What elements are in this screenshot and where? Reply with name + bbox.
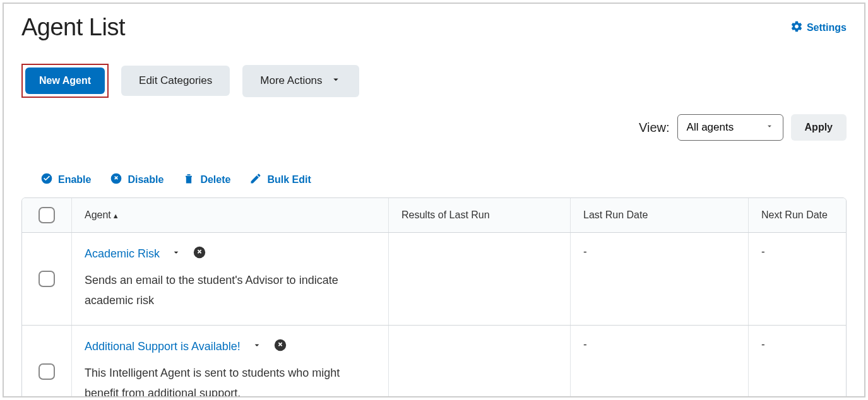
- header-agent[interactable]: Agent▲: [71, 198, 388, 232]
- enable-action[interactable]: Enable: [40, 172, 91, 187]
- row-nextrun-cell: -: [748, 326, 846, 397]
- header-results: Results of Last Run: [388, 198, 570, 232]
- delete-label: Delete: [200, 174, 230, 185]
- chevron-down-icon: [765, 121, 774, 134]
- row-checkbox[interactable]: [39, 363, 55, 380]
- table-row: Additional Support is Available! This In…: [22, 326, 846, 397]
- agent-link[interactable]: Academic Risk: [85, 247, 160, 261]
- row-agent-cell: Additional Support is Available! This In…: [71, 326, 388, 397]
- bulk-actions: Enable Disable Delete Bulk Edit: [40, 172, 847, 187]
- header-check-cell: [22, 198, 71, 232]
- disabled-icon: [193, 245, 206, 262]
- more-actions-label: More Actions: [260, 74, 322, 87]
- row-check-cell: [22, 233, 71, 325]
- view-select[interactable]: All agents: [677, 114, 783, 141]
- agents-table: Agent▲ Results of Last Run Last Run Date…: [21, 197, 847, 397]
- row-results-cell: [388, 233, 570, 325]
- disabled-icon: [273, 338, 287, 355]
- view-label: View:: [639, 121, 670, 135]
- delete-action[interactable]: Delete: [182, 172, 230, 187]
- agent-link[interactable]: Additional Support is Available!: [85, 340, 241, 353]
- trash-icon: [182, 172, 195, 187]
- row-results-cell: [388, 326, 570, 397]
- settings-label: Settings: [807, 22, 847, 33]
- highlight-box: New Agent: [21, 64, 109, 98]
- bulk-edit-label: Bulk Edit: [267, 174, 311, 185]
- header-agent-label: Agent: [85, 209, 111, 220]
- row-check-cell: [22, 326, 71, 397]
- x-circle-icon: [110, 172, 122, 187]
- row-lastrun-cell: -: [570, 326, 748, 397]
- edit-categories-button[interactable]: Edit Categories: [121, 66, 230, 96]
- row-agent-cell: Academic Risk Sends an email to the stud…: [71, 233, 388, 325]
- row-nextrun-cell: -: [748, 233, 846, 325]
- header-row: Agent List Settings: [21, 14, 847, 41]
- agent-description: Sends an email to the student's Advisor …: [85, 270, 376, 311]
- table-header-row: Agent▲ Results of Last Run Last Run Date…: [22, 198, 846, 233]
- more-actions-button[interactable]: More Actions: [242, 65, 359, 97]
- chevron-down-icon: [330, 74, 342, 88]
- bulk-edit-action[interactable]: Bulk Edit: [249, 172, 311, 187]
- app-frame: Agent List Settings New Agent Edit Categ…: [3, 3, 865, 397]
- sort-asc-icon: ▲: [112, 212, 119, 220]
- header-next-run: Next Run Date: [748, 198, 846, 232]
- gear-icon: [790, 20, 803, 35]
- enable-label: Enable: [58, 174, 91, 185]
- row-lastrun-cell: -: [570, 233, 748, 325]
- toolbar: New Agent Edit Categories More Actions: [21, 64, 847, 98]
- pencil-icon: [249, 172, 262, 187]
- row-checkbox[interactable]: [39, 271, 55, 287]
- apply-button[interactable]: Apply: [791, 114, 847, 141]
- new-agent-button[interactable]: New Agent: [25, 68, 105, 94]
- page-title: Agent List: [21, 14, 125, 41]
- header-last-run: Last Run Date: [570, 198, 748, 232]
- view-select-value: All agents: [687, 121, 734, 134]
- chevron-down-icon[interactable]: [252, 340, 262, 353]
- agent-title-line: Academic Risk: [85, 245, 376, 262]
- disable-label: Disable: [128, 174, 163, 185]
- agent-title-line: Additional Support is Available!: [85, 338, 376, 355]
- chevron-down-icon[interactable]: [171, 247, 181, 261]
- view-row: View: All agents Apply: [21, 114, 847, 141]
- edit-categories-label: Edit Categories: [139, 74, 212, 87]
- agent-description: This Intelligent Agent is sent to studen…: [85, 363, 376, 397]
- disable-action[interactable]: Disable: [110, 172, 163, 187]
- table-row: Academic Risk Sends an email to the stud…: [22, 233, 846, 326]
- settings-link[interactable]: Settings: [790, 20, 847, 35]
- select-all-checkbox[interactable]: [39, 207, 55, 223]
- check-circle-icon: [40, 172, 53, 187]
